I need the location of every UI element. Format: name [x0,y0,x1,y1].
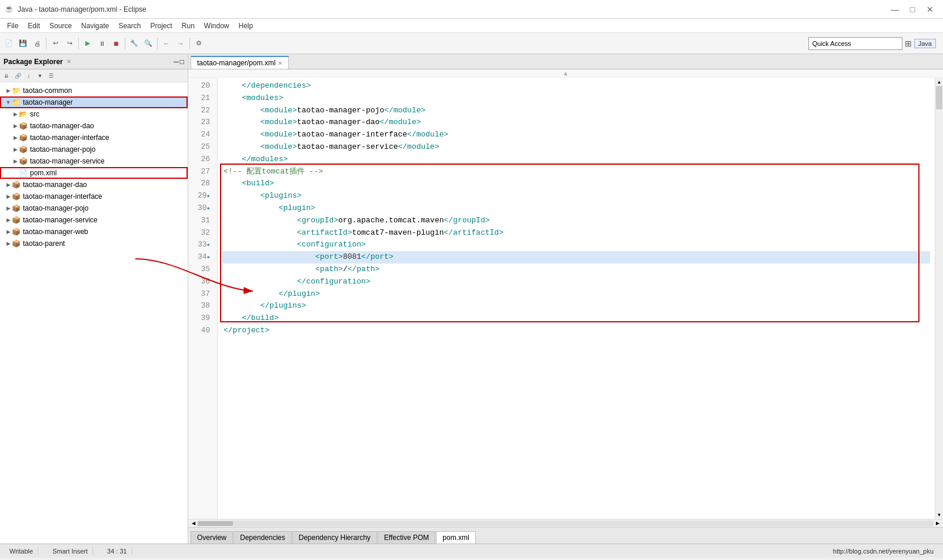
tree-toggle-service-child[interactable]: ▶ [12,158,19,164]
tree-item-manager-interface-root[interactable]: ▶ 📦 taotao-manager-interface [0,191,188,202]
tree-item-manager-dao-child[interactable]: ▶ 📦 taotao-manager-dao [0,120,188,132]
tree-item-manager-web-root[interactable]: ▶ 📦 taotao-manager-web [0,226,188,238]
code-line-37: </plugin> [222,288,930,301]
bottom-tab-hierarchy[interactable]: Dependency Hierarchy [292,531,377,544]
window-title: Java - taotao-manager/pom.xml - Eclipse [18,5,887,14]
toolbar-btn-2[interactable]: 💾 [16,37,29,50]
quick-access-box[interactable]: Quick Access [808,37,902,50]
panel-sync-btn[interactable]: ↕ [24,71,34,81]
tree-label-pom: pom.xml [30,169,56,177]
menu-source[interactable]: Source [45,21,76,31]
package-icon-interface-root: 📦 [12,192,21,201]
toolbar-btn-5[interactable]: ↪ [63,37,76,50]
window-controls: — □ ✕ [887,1,938,18]
bottom-tab-overview[interactable]: Overview [191,531,233,544]
code-editor[interactable]: 20212223242526272829●30●313233●34●353637… [188,78,943,519]
tree-item-manager-pojo-child[interactable]: ▶ 📦 taotao-manager-pojo [0,144,188,155]
panel-maximize-icon[interactable]: □ [180,58,184,66]
panel-filter-btn[interactable]: ▼ [35,71,45,81]
toolbar-btn-8[interactable]: ⏹ [109,37,122,50]
toolbar-separator-5 [189,38,190,49]
bottom-tab-pom-xml[interactable]: pom.xml [436,531,475,544]
code-line-26: </modules> [222,154,930,166]
tree-toggle-interface-child[interactable]: ▶ [12,135,19,141]
panel-minimize-icon[interactable]: ─ [174,58,179,66]
tree-toggle-common[interactable]: ▶ [5,88,12,94]
scroll-down-btn[interactable]: ▼ [935,511,943,519]
tree-toggle-parent-root[interactable]: ▶ [5,241,12,246]
package-icon-service-child: 📦 [19,157,28,165]
maximize-button[interactable]: □ [904,1,921,18]
menu-navigate[interactable]: Navigate [76,21,114,31]
code-content[interactable]: </dependencies> <modules> <module>taotao… [218,78,935,519]
editor-tab-label: taotao-manager/pom.xml [197,59,275,67]
tree-item-manager-pojo-root[interactable]: ▶ 📦 taotao-manager-pojo [0,202,188,214]
h-scrollbar[interactable]: ◀ ▶ [188,519,943,527]
panel-menu-btn[interactable]: ☰ [46,71,56,81]
scroll-up-btn[interactable]: ▲ [935,78,943,86]
menu-project[interactable]: Project [145,21,176,31]
menu-file[interactable]: File [2,21,23,31]
tree-toggle-web-root[interactable]: ▶ [5,229,12,235]
tree-item-manager-service-child[interactable]: ▶ 📦 taotao-manager-service [0,155,188,167]
tree-toggle-pojo-root[interactable]: ▶ [5,205,12,211]
app-icon: ☕ [5,5,14,14]
minimize-button[interactable]: — [887,1,903,18]
toolbar-btn-3[interactable]: 🖨 [31,37,44,50]
tree-item-pom-xml[interactable]: 📄 pom.xml [0,167,188,179]
tree-item-taotao-common[interactable]: ▶ 📁 taotao-common [0,85,188,96]
toolbar-btn-9[interactable]: 🔧 [128,37,141,50]
tree-toggle-src[interactable]: ▶ [12,111,19,117]
tree-toggle-service-root[interactable]: ▶ [5,217,12,223]
tree-item-src[interactable]: ▶ 📂 src [0,108,188,120]
menu-window[interactable]: Window [199,21,234,31]
tree-item-manager-dao-root[interactable]: ▶ 📦 taotao-manager-dao [0,179,188,191]
tree-item-parent-root[interactable]: ▶ 📦 taotao-parent [0,238,188,249]
tree-item-manager-service-root[interactable]: ▶ 📦 taotao-manager-service [0,214,188,226]
scrollbar-thumb[interactable] [936,86,942,109]
toolbar-btn-6[interactable]: ▶ [81,37,94,50]
java-perspective-badge[interactable]: Java [914,39,936,48]
menu-help[interactable]: Help [234,21,258,31]
package-icon-interface-child: 📦 [19,134,28,142]
h-scroll-right-btn[interactable]: ▶ [934,520,942,527]
panel-close-icon[interactable]: ✕ [66,58,71,65]
toolbar-btn-10[interactable]: 🔍 [142,37,155,50]
toolbar-btn-13[interactable]: ⚙ [192,37,205,50]
editor-scrollbar[interactable]: ▲ ▼ [935,78,943,519]
h-scroll-left-btn[interactable]: ◀ [189,520,198,527]
package-icon-pojo-child: 📦 [19,145,28,154]
toolbar-btn-12[interactable]: → [174,37,187,50]
tree-toggle-dao-root[interactable]: ▶ [5,182,12,188]
menu-bar: File Edit Source Navigate Search Project… [0,19,943,33]
tree-toggle-dao-child[interactable]: ▶ [12,123,19,129]
editor-tab-pom[interactable]: taotao-manager/pom.xml ✕ [191,56,289,69]
tree-toggle-interface-root[interactable]: ▶ [5,194,12,199]
toolbar-right: Quick Access ⊞ Java [808,37,936,50]
toolbar-new-button[interactable]: 📄 [2,37,15,50]
close-button[interactable]: ✕ [922,1,938,18]
panel-link-btn[interactable]: 🔗 [12,71,23,81]
toolbar-btn-14[interactable]: ⊞ [905,39,912,48]
bottom-tab-effective-pom[interactable]: Effective POM [378,531,435,544]
package-icon-web-root: 📦 [12,228,21,236]
toolbar-btn-11[interactable]: ← [160,37,173,50]
menu-edit[interactable]: Edit [23,21,45,31]
panel-collapse-btn[interactable]: ⇊ [1,71,12,81]
tree-toggle-manager[interactable]: ▼ [5,99,12,105]
menu-run[interactable]: Run [177,21,199,31]
tree-item-manager-interface-child[interactable]: ▶ 📦 taotao-manager-interface [0,132,188,144]
tree-label-parent-root: taotao-parent [23,239,65,248]
panel-title: Package Explorer [4,58,63,66]
tab-close-icon[interactable]: ✕ [278,60,282,66]
tree-label-taotao-manager: taotao-manager [23,98,73,106]
code-line-34: <port>8081</port> [222,251,930,264]
tree-toggle-pojo-child[interactable]: ▶ [12,146,19,152]
toolbar-btn-4[interactable]: ↩ [49,37,62,50]
tree-item-taotao-manager[interactable]: ▼ 📁 taotao-manager [0,96,188,108]
toolbar-btn-7[interactable]: ⏸ [95,37,108,50]
h-scrollbar-thumb[interactable] [198,521,233,526]
scrollbar-track [935,86,943,511]
menu-search[interactable]: Search [114,21,145,31]
bottom-tab-dependencies[interactable]: Dependencies [234,531,292,544]
